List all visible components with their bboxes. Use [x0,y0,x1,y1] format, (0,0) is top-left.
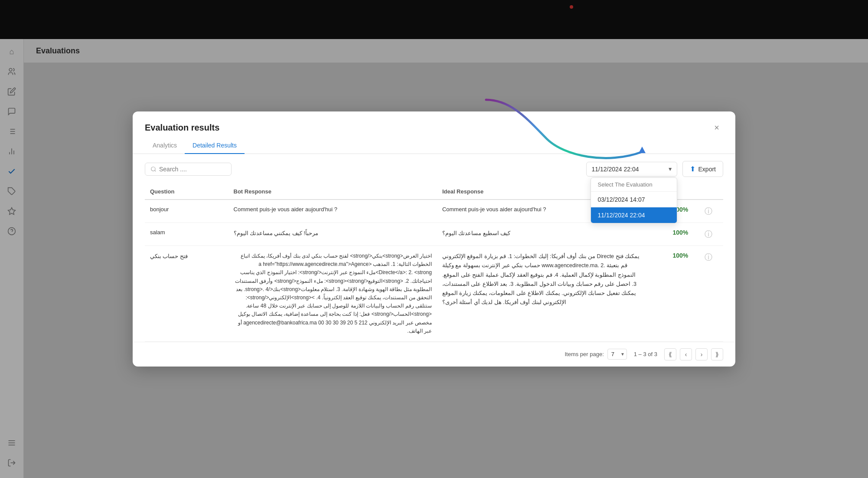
tabs-bar: Analytics Detailed Results [133,138,735,154]
bot-response-long: اختيار العرض<strong>بنكي</strong> لفتح ح… [234,252,432,335]
col-question: Question [145,184,228,200]
dropdown-label: Select The Evaluation [591,178,677,192]
date-dropdown: 11/12/2024 22:04 ▼ Select The Evaluation… [586,162,677,177]
info-cell: ⓘ [693,200,723,223]
info-icon[interactable]: ⓘ [705,207,712,216]
info-cell: ⓘ [693,223,723,246]
info-cell: ⓘ [693,246,723,342]
prev-page-button[interactable]: ‹ [680,348,692,360]
question-arabic: فتح حساب بنكي [150,253,188,259]
dropdown-option-1[interactable]: 11/12/2024 22:04 [591,207,677,223]
next-page-button[interactable]: › [695,348,708,360]
question-cell: فتح حساب بنكي [145,246,228,342]
score-value: 100% [672,229,688,236]
col-info [693,184,723,200]
date-select-trigger[interactable]: 11/12/2024 22:04 [586,162,677,177]
items-per-page-label: Items per page: [565,351,604,357]
page-range: 1 – 3 of 3 [634,351,657,357]
export-button[interactable]: ⬆ Export [682,161,723,177]
search-icon [150,166,157,172]
last-page-button[interactable]: ⟫ [711,348,723,360]
items-per-page-select[interactable]: 7 10 25 [607,349,627,360]
export-icon: ⬆ [690,165,695,173]
col-bot-response: Bot Response [228,184,437,200]
table-row: فتح حساب بنكي اختيار العرض<strong>بنكي</… [145,246,723,342]
bot-response-cell: Comment puis-je vous aider aujourd'hui ? [228,200,437,223]
first-page-button[interactable]: ⟪ [664,348,676,360]
date-dropdown-menu: Select The Evaluation 03/12/2024 14:07 1… [591,177,677,223]
table-row: salam مرحباً! كيف يمكنني مساعدتك اليوم؟ … [145,223,723,246]
date-selected-value: 11/12/2024 22:04 [592,166,639,173]
search-box [145,163,232,176]
per-page-wrapper: 7 10 25 ▼ [607,349,627,360]
ideal-response-long: من بنك أوف أفريكا: إليك الخطوات: 1. قم ب… [442,253,640,305]
score-value: 100% [672,252,688,259]
ideal-response-cell: من بنك أوف أفريكا: إليك الخطوات: 1. قم ب… [437,246,646,342]
evaluation-results-modal: Evaluation results × Analytics Detailed … [133,111,735,367]
pagination-bar: Items per page: 7 10 25 ▼ 1 – 3 of 3 ⟪ ‹… [133,342,735,367]
bot-response-cell: اختيار العرض<strong>بنكي</strong> لفتح ح… [228,246,437,342]
svg-line-19 [155,170,156,171]
modal-title: Evaluation results [145,123,219,133]
score-cell: 100% [646,223,693,246]
modal-header: Evaluation results × [133,111,735,134]
score-cell: 100% [646,246,693,342]
ideal-response-cell: كيف اسطيع مساعدتك اليوم؟ [437,223,646,246]
toolbar: 11/12/2024 22:04 ▼ Select The Evaluation… [133,154,735,184]
bot-response-arabic: مرحباً! كيف يمكنني مساعدتك اليوم؟ [234,230,318,236]
tab-analytics[interactable]: Analytics [145,138,185,154]
close-button[interactable]: × [710,121,723,134]
tab-detailed-results[interactable]: Detailed Results [185,138,245,154]
toolbar-right: 11/12/2024 22:04 ▼ Select The Evaluation… [586,161,723,177]
ideal-response-arabic: كيف اسطيع مساعدتك اليوم؟ [442,230,510,236]
info-icon[interactable]: ⓘ [705,230,712,239]
search-input[interactable] [159,166,226,173]
modal-overlay: Evaluation results × Analytics Detailed … [0,0,868,478]
svg-point-18 [151,167,155,170]
info-icon[interactable]: ⓘ [705,253,712,262]
dropdown-option-0[interactable]: 03/12/2024 14:07 [591,192,677,207]
export-label: Export [698,166,716,173]
bot-response-cell: مرحباً! كيف يمكنني مساعدتك اليوم؟ [228,223,437,246]
question-cell: salam [145,223,228,246]
question-cell: bonjour [145,200,228,223]
